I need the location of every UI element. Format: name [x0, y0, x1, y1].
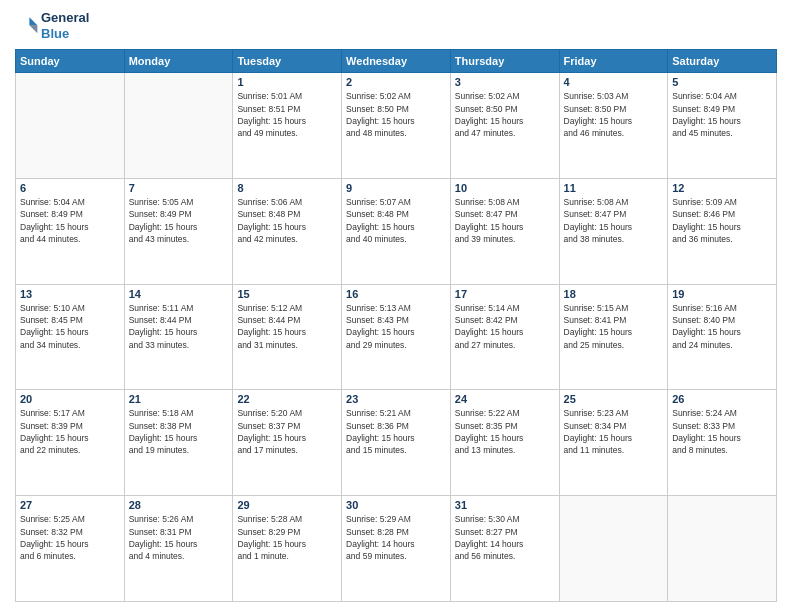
day-info: Sunrise: 5:28 AM Sunset: 8:29 PM Dayligh…	[237, 513, 337, 562]
day-number: 23	[346, 393, 446, 405]
day-number: 17	[455, 288, 555, 300]
calendar-cell	[559, 496, 668, 602]
day-number: 24	[455, 393, 555, 405]
day-info: Sunrise: 5:07 AM Sunset: 8:48 PM Dayligh…	[346, 196, 446, 245]
day-number: 3	[455, 76, 555, 88]
calendar-cell: 28Sunrise: 5:26 AM Sunset: 8:31 PM Dayli…	[124, 496, 233, 602]
calendar-cell	[16, 73, 125, 179]
day-number: 16	[346, 288, 446, 300]
calendar-cell: 13Sunrise: 5:10 AM Sunset: 8:45 PM Dayli…	[16, 284, 125, 390]
day-info: Sunrise: 5:05 AM Sunset: 8:49 PM Dayligh…	[129, 196, 229, 245]
calendar-cell	[668, 496, 777, 602]
day-number: 10	[455, 182, 555, 194]
day-info: Sunrise: 5:15 AM Sunset: 8:41 PM Dayligh…	[564, 302, 664, 351]
day-info: Sunrise: 5:23 AM Sunset: 8:34 PM Dayligh…	[564, 407, 664, 456]
page: General Blue SundayMondayTuesdayWednesda…	[0, 0, 792, 612]
day-info: Sunrise: 5:14 AM Sunset: 8:42 PM Dayligh…	[455, 302, 555, 351]
day-number: 19	[672, 288, 772, 300]
day-info: Sunrise: 5:08 AM Sunset: 8:47 PM Dayligh…	[455, 196, 555, 245]
day-info: Sunrise: 5:13 AM Sunset: 8:43 PM Dayligh…	[346, 302, 446, 351]
calendar-cell: 25Sunrise: 5:23 AM Sunset: 8:34 PM Dayli…	[559, 390, 668, 496]
day-number: 15	[237, 288, 337, 300]
day-info: Sunrise: 5:08 AM Sunset: 8:47 PM Dayligh…	[564, 196, 664, 245]
calendar-cell: 26Sunrise: 5:24 AM Sunset: 8:33 PM Dayli…	[668, 390, 777, 496]
day-info: Sunrise: 5:02 AM Sunset: 8:50 PM Dayligh…	[455, 90, 555, 139]
calendar-header-tuesday: Tuesday	[233, 50, 342, 73]
calendar-cell: 30Sunrise: 5:29 AM Sunset: 8:28 PM Dayli…	[342, 496, 451, 602]
calendar-week-4: 20Sunrise: 5:17 AM Sunset: 8:39 PM Dayli…	[16, 390, 777, 496]
day-number: 9	[346, 182, 446, 194]
logo-icon	[15, 14, 39, 38]
calendar-cell: 22Sunrise: 5:20 AM Sunset: 8:37 PM Dayli…	[233, 390, 342, 496]
calendar-header-friday: Friday	[559, 50, 668, 73]
calendar-cell: 9Sunrise: 5:07 AM Sunset: 8:48 PM Daylig…	[342, 178, 451, 284]
calendar-cell: 6Sunrise: 5:04 AM Sunset: 8:49 PM Daylig…	[16, 178, 125, 284]
day-number: 18	[564, 288, 664, 300]
day-number: 4	[564, 76, 664, 88]
calendar-header-sunday: Sunday	[16, 50, 125, 73]
calendar-header-monday: Monday	[124, 50, 233, 73]
calendar-cell: 20Sunrise: 5:17 AM Sunset: 8:39 PM Dayli…	[16, 390, 125, 496]
day-number: 30	[346, 499, 446, 511]
calendar-week-1: 1Sunrise: 5:01 AM Sunset: 8:51 PM Daylig…	[16, 73, 777, 179]
day-info: Sunrise: 5:18 AM Sunset: 8:38 PM Dayligh…	[129, 407, 229, 456]
day-info: Sunrise: 5:25 AM Sunset: 8:32 PM Dayligh…	[20, 513, 120, 562]
calendar-header-saturday: Saturday	[668, 50, 777, 73]
calendar-cell: 16Sunrise: 5:13 AM Sunset: 8:43 PM Dayli…	[342, 284, 451, 390]
day-info: Sunrise: 5:22 AM Sunset: 8:35 PM Dayligh…	[455, 407, 555, 456]
logo-blue: Blue	[41, 26, 89, 42]
calendar-cell: 31Sunrise: 5:30 AM Sunset: 8:27 PM Dayli…	[450, 496, 559, 602]
day-info: Sunrise: 5:11 AM Sunset: 8:44 PM Dayligh…	[129, 302, 229, 351]
day-info: Sunrise: 5:02 AM Sunset: 8:50 PM Dayligh…	[346, 90, 446, 139]
day-info: Sunrise: 5:17 AM Sunset: 8:39 PM Dayligh…	[20, 407, 120, 456]
calendar-header-thursday: Thursday	[450, 50, 559, 73]
header: General Blue	[15, 10, 777, 41]
calendar-cell: 3Sunrise: 5:02 AM Sunset: 8:50 PM Daylig…	[450, 73, 559, 179]
day-info: Sunrise: 5:26 AM Sunset: 8:31 PM Dayligh…	[129, 513, 229, 562]
calendar-cell: 11Sunrise: 5:08 AM Sunset: 8:47 PM Dayli…	[559, 178, 668, 284]
calendar-cell: 4Sunrise: 5:03 AM Sunset: 8:50 PM Daylig…	[559, 73, 668, 179]
calendar-week-5: 27Sunrise: 5:25 AM Sunset: 8:32 PM Dayli…	[16, 496, 777, 602]
calendar-cell: 17Sunrise: 5:14 AM Sunset: 8:42 PM Dayli…	[450, 284, 559, 390]
svg-marker-1	[29, 25, 37, 33]
day-number: 21	[129, 393, 229, 405]
calendar-cell: 15Sunrise: 5:12 AM Sunset: 8:44 PM Dayli…	[233, 284, 342, 390]
day-number: 22	[237, 393, 337, 405]
day-info: Sunrise: 5:16 AM Sunset: 8:40 PM Dayligh…	[672, 302, 772, 351]
day-number: 5	[672, 76, 772, 88]
day-number: 29	[237, 499, 337, 511]
calendar-cell: 29Sunrise: 5:28 AM Sunset: 8:29 PM Dayli…	[233, 496, 342, 602]
day-number: 28	[129, 499, 229, 511]
day-info: Sunrise: 5:01 AM Sunset: 8:51 PM Dayligh…	[237, 90, 337, 139]
day-info: Sunrise: 5:06 AM Sunset: 8:48 PM Dayligh…	[237, 196, 337, 245]
calendar-cell: 10Sunrise: 5:08 AM Sunset: 8:47 PM Dayli…	[450, 178, 559, 284]
logo: General Blue	[15, 10, 89, 41]
calendar-cell: 24Sunrise: 5:22 AM Sunset: 8:35 PM Dayli…	[450, 390, 559, 496]
day-number: 6	[20, 182, 120, 194]
day-number: 20	[20, 393, 120, 405]
day-info: Sunrise: 5:09 AM Sunset: 8:46 PM Dayligh…	[672, 196, 772, 245]
calendar-week-2: 6Sunrise: 5:04 AM Sunset: 8:49 PM Daylig…	[16, 178, 777, 284]
calendar-cell: 7Sunrise: 5:05 AM Sunset: 8:49 PM Daylig…	[124, 178, 233, 284]
calendar-week-3: 13Sunrise: 5:10 AM Sunset: 8:45 PM Dayli…	[16, 284, 777, 390]
day-number: 25	[564, 393, 664, 405]
day-number: 2	[346, 76, 446, 88]
svg-marker-0	[29, 17, 37, 25]
calendar-cell: 1Sunrise: 5:01 AM Sunset: 8:51 PM Daylig…	[233, 73, 342, 179]
day-info: Sunrise: 5:21 AM Sunset: 8:36 PM Dayligh…	[346, 407, 446, 456]
day-number: 13	[20, 288, 120, 300]
calendar-cell: 14Sunrise: 5:11 AM Sunset: 8:44 PM Dayli…	[124, 284, 233, 390]
day-number: 12	[672, 182, 772, 194]
day-info: Sunrise: 5:04 AM Sunset: 8:49 PM Dayligh…	[672, 90, 772, 139]
calendar-cell: 21Sunrise: 5:18 AM Sunset: 8:38 PM Dayli…	[124, 390, 233, 496]
day-info: Sunrise: 5:24 AM Sunset: 8:33 PM Dayligh…	[672, 407, 772, 456]
calendar-cell: 8Sunrise: 5:06 AM Sunset: 8:48 PM Daylig…	[233, 178, 342, 284]
day-info: Sunrise: 5:10 AM Sunset: 8:45 PM Dayligh…	[20, 302, 120, 351]
day-info: Sunrise: 5:04 AM Sunset: 8:49 PM Dayligh…	[20, 196, 120, 245]
calendar-cell	[124, 73, 233, 179]
day-number: 27	[20, 499, 120, 511]
day-info: Sunrise: 5:30 AM Sunset: 8:27 PM Dayligh…	[455, 513, 555, 562]
day-info: Sunrise: 5:03 AM Sunset: 8:50 PM Dayligh…	[564, 90, 664, 139]
day-number: 1	[237, 76, 337, 88]
day-info: Sunrise: 5:20 AM Sunset: 8:37 PM Dayligh…	[237, 407, 337, 456]
